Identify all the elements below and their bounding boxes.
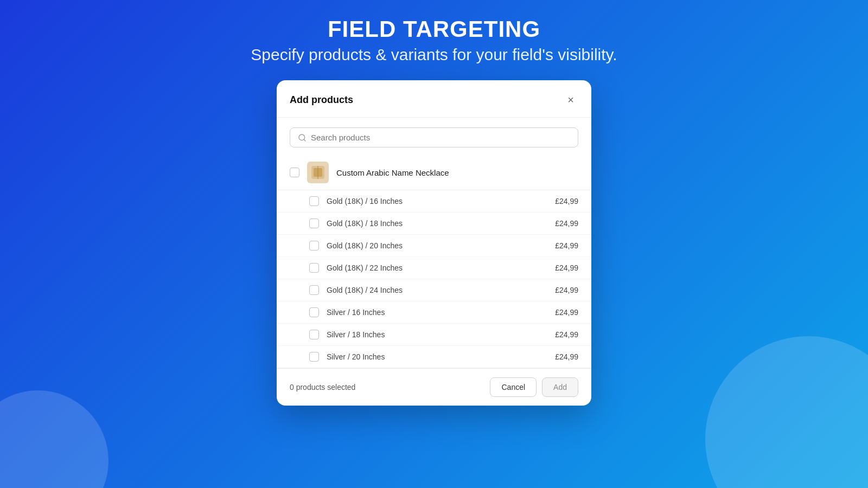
- search-container: [277, 118, 591, 155]
- product-name: Custom Arabic Name Necklace: [336, 168, 449, 177]
- decorative-circle-left: [0, 390, 108, 488]
- variant-name: Silver / 18 Inches: [327, 330, 547, 339]
- variant-price: £24,99: [555, 308, 578, 317]
- variant-row: Silver / 16 Inches £24,99: [277, 301, 591, 324]
- add-button[interactable]: Add: [542, 377, 578, 397]
- product-row: Custom Arabic Name Necklace: [277, 155, 591, 190]
- product-list: Custom Arabic Name Necklace Gold (18K) /…: [277, 155, 591, 368]
- svg-line-1: [304, 139, 305, 141]
- variant-price: £24,99: [555, 241, 578, 250]
- variant-name: Silver / 16 Inches: [327, 308, 547, 317]
- product-thumbnail: [307, 162, 329, 183]
- variant-row: Gold (18K) / 22 Inches £24,99: [277, 257, 591, 279]
- variant-price: £24,99: [555, 352, 578, 361]
- variant-name: Gold (18K) / 20 Inches: [327, 241, 547, 250]
- modal-header: Add products ×: [277, 80, 591, 118]
- product-checkbox[interactable]: [290, 168, 299, 177]
- necklace-icon: [309, 164, 327, 181]
- variant-price: £24,99: [555, 330, 578, 339]
- variant-checkbox[interactable]: [309, 285, 319, 295]
- modal-footer: 0 products selected Cancel Add: [277, 368, 591, 406]
- variant-checkbox[interactable]: [309, 330, 319, 339]
- variant-checkbox[interactable]: [309, 196, 319, 206]
- page-header: FIELD TARGETING Specify products & varia…: [251, 16, 617, 64]
- variant-row: Silver / 20 Inches £24,99: [277, 346, 591, 368]
- variant-price: £24,99: [555, 286, 578, 294]
- variant-list: Gold (18K) / 16 Inches £24,99 Gold (18K)…: [277, 190, 591, 368]
- variant-row: Silver / 18 Inches £24,99: [277, 324, 591, 346]
- variant-row: Gold (18K) / 20 Inches £24,99: [277, 235, 591, 257]
- page-subtitle: Specify products & variants for your fie…: [251, 46, 617, 64]
- modal-title: Add products: [290, 94, 353, 106]
- variant-price: £24,99: [555, 197, 578, 206]
- selected-count: 0 products selected: [290, 383, 355, 391]
- variant-name: Gold (18K) / 24 Inches: [327, 286, 547, 294]
- variant-row: Gold (18K) / 24 Inches £24,99: [277, 279, 591, 301]
- variant-checkbox[interactable]: [309, 219, 319, 228]
- decorative-circle-right: [705, 336, 868, 488]
- footer-buttons: Cancel Add: [490, 377, 578, 397]
- variant-price: £24,99: [555, 219, 578, 228]
- close-button[interactable]: ×: [563, 92, 578, 107]
- variant-checkbox[interactable]: [309, 241, 319, 251]
- search-icon: [298, 133, 307, 142]
- variant-name: Gold (18K) / 22 Inches: [327, 264, 547, 272]
- modal-overlay: Add products ×: [277, 80, 591, 406]
- variant-checkbox[interactable]: [309, 263, 319, 273]
- variant-checkbox[interactable]: [309, 352, 319, 362]
- variant-name: Silver / 20 Inches: [327, 352, 547, 361]
- variant-row: Gold (18K) / 18 Inches £24,99: [277, 213, 591, 235]
- variant-row: Gold (18K) / 16 Inches £24,99: [277, 190, 591, 213]
- variant-price: £24,99: [555, 264, 578, 272]
- variant-checkbox[interactable]: [309, 307, 319, 317]
- page-title: FIELD TARGETING: [251, 16, 617, 42]
- cancel-button[interactable]: Cancel: [490, 377, 537, 397]
- search-input-wrapper: [290, 127, 578, 147]
- add-products-modal: Add products ×: [277, 80, 591, 406]
- search-input[interactable]: [311, 133, 570, 142]
- variant-name: Gold (18K) / 16 Inches: [327, 197, 547, 206]
- variant-name: Gold (18K) / 18 Inches: [327, 219, 547, 228]
